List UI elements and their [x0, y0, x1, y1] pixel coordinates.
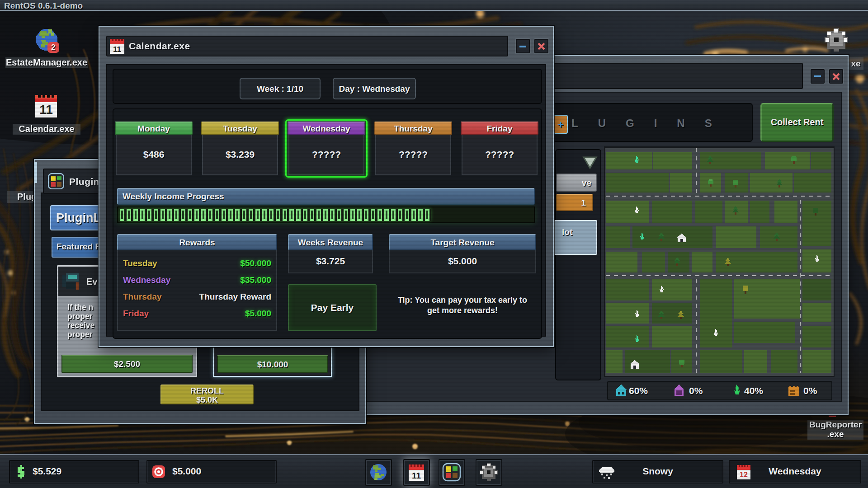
svg-text:11: 11 [39, 103, 53, 117]
svg-text:11: 11 [113, 45, 121, 54]
svg-text:11: 11 [412, 471, 421, 480]
